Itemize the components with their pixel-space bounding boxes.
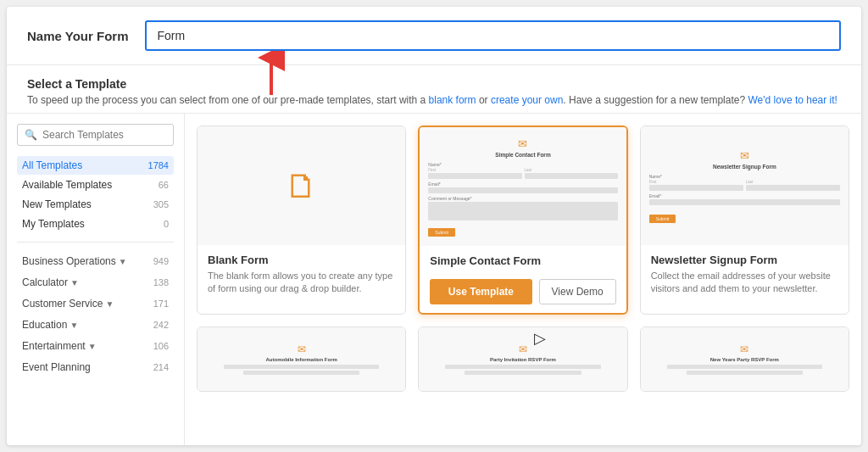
hear-it-link[interactable]: We'd love to hear it!	[745, 94, 837, 106]
auto-field2	[243, 371, 360, 375]
newsletter-name-label: Name*	[649, 174, 840, 179]
mini-first-field	[428, 173, 521, 179]
chevron-icon-calc: ▼	[70, 278, 79, 287]
template-newsletter-preview: ✉ Newsletter Signup Form Name* First Las…	[641, 126, 849, 245]
auto-title: Automobile Information Form	[204, 357, 398, 362]
template-blank-preview: 🗋	[198, 126, 405, 245]
category-customer-service[interactable]: Customer Service ▼ 171	[17, 293, 174, 314]
category-calc-count: 138	[153, 277, 169, 287]
template-party-rsvp[interactable]: ✉ Party Invitation RSVP Form	[418, 326, 627, 392]
template-contact-info: Simple Contact Form	[420, 246, 626, 279]
category-calc-label: Calculator ▼	[22, 276, 79, 288]
mini-submit-btn: Submit	[428, 228, 455, 237]
category-event-label: Event Planning	[22, 361, 91, 373]
newsletter-email-field	[649, 199, 840, 205]
select-template-desc: To speed up the process you can select f…	[27, 94, 841, 106]
newyear-icon: ✉	[648, 343, 842, 355]
party-title: Party Invitation RSVP Form	[426, 357, 620, 362]
category-business-operations[interactable]: Business Operations ▼ 949	[17, 251, 174, 271]
template-blank-desc: The blank form allows you to create any …	[208, 270, 395, 296]
category-edu-count: 242	[153, 320, 169, 330]
filter-new-templates[interactable]: New Templates 305	[17, 195, 174, 214]
template-auto-info[interactable]: ✉ Automobile Information Form	[197, 326, 406, 392]
blank-form-link[interactable]: blank form	[429, 94, 476, 106]
newsletter-last-field	[746, 185, 840, 191]
filter-new-count: 305	[153, 199, 169, 209]
party-icon: ✉	[426, 343, 620, 355]
filter-new-label: New Templates	[22, 198, 92, 210]
template-blank-form[interactable]: 🗋 Blank Form The blank form allows you t…	[197, 126, 406, 315]
template-contact-actions: Use Template View Demo	[420, 279, 626, 313]
search-icon: 🔍	[25, 129, 37, 141]
category-event-count: 214	[153, 362, 169, 372]
auto-icon: ✉	[204, 343, 398, 355]
template-auto-preview: ✉ Automobile Information Form	[198, 327, 405, 391]
category-ent-count: 106	[153, 341, 169, 351]
template-newyear-rsvp[interactable]: ✉ New Years Party RSVP Form	[640, 326, 849, 392]
filter-all-label: All Templates	[22, 159, 82, 171]
filter-available-templates[interactable]: Available Templates 66	[17, 176, 174, 194]
category-ent-label: Entertainment ▼	[22, 340, 97, 352]
use-template-button[interactable]: Use Template	[430, 279, 531, 304]
newsletter-last-label: Last	[746, 180, 840, 184]
newyear-field1	[667, 365, 822, 369]
create-own-link[interactable]: create your own	[491, 94, 563, 106]
newsletter-first-field	[649, 185, 743, 191]
chevron-icon-ent: ▼	[88, 342, 97, 351]
template-newyear-preview: ✉ New Years Party RSVP Form	[641, 327, 849, 391]
mini-last-field	[525, 173, 618, 179]
form-header: Name Your Form	[7, 7, 861, 65]
filter-available-count: 66	[159, 180, 169, 190]
filter-my-label: My Templates	[22, 218, 85, 230]
mini-comment-label: Comment or Message*	[428, 196, 617, 201]
mini-comment-field	[428, 202, 617, 220]
select-template-section: Select a Template To speed up the proces…	[7, 65, 861, 114]
mini-form-title: Simple Contact Form	[428, 152, 617, 158]
form-title-label: Name Your Form	[27, 29, 128, 43]
newyear-title: New Years Party RSVP Form	[648, 357, 842, 362]
party-field2	[465, 371, 581, 375]
category-cs-count: 171	[153, 299, 169, 309]
mini-email-field	[428, 187, 617, 193]
mini-email-label: Email*	[428, 181, 617, 187]
template-newsletter-info: Newsletter Signup Form Collect the email…	[641, 245, 849, 304]
doc-icon: 🗋	[285, 167, 319, 205]
newsletter-first-label: First	[649, 180, 743, 184]
filter-my-templates[interactable]: My Templates 0	[17, 215, 174, 233]
mini-field-name-label: Name*	[428, 162, 617, 167]
category-calculator[interactable]: Calculator ▼ 138	[17, 272, 174, 293]
mini-form-icon: ✉	[428, 137, 617, 150]
templates-grid: 🗋 Blank Form The blank form allows you t…	[185, 114, 861, 445]
form-name-input[interactable]	[145, 20, 841, 51]
party-field1	[445, 365, 600, 369]
category-edu-label: Education ▼	[22, 319, 78, 331]
template-newsletter-name: Newsletter Signup Form	[651, 254, 838, 266]
template-simple-contact[interactable]: ♡ ✉ Simple Contact Form Name* First	[418, 126, 627, 315]
main-area: 🔍 All Templates 1784 Available Templates…	[7, 114, 861, 445]
category-education[interactable]: Education ▼ 242	[17, 315, 174, 335]
template-party-preview: ✉ Party Invitation RSVP Form	[419, 327, 626, 391]
newsletter-email-label: Email*	[649, 193, 840, 198]
view-demo-button[interactable]: View Demo	[539, 279, 616, 304]
filter-my-count: 0	[164, 219, 169, 229]
mini-first-label: First	[428, 168, 521, 172]
chevron-icon-edu: ▼	[70, 321, 78, 330]
newyear-field2	[687, 371, 804, 375]
template-newsletter-desc: Collect the email addresses of your webs…	[651, 270, 838, 296]
chevron-icon: ▼	[119, 257, 127, 266]
category-business-count: 949	[153, 256, 169, 266]
mini-last-label: Last	[525, 168, 618, 172]
category-cs-label: Customer Service ▼	[22, 298, 114, 310]
sidebar-divider	[17, 242, 174, 243]
select-template-title: Select a Template	[27, 77, 841, 91]
template-blank-name: Blank Form	[208, 254, 395, 266]
filter-all-templates[interactable]: All Templates 1784	[17, 156, 174, 175]
category-event-planning[interactable]: Event Planning 214	[17, 357, 174, 377]
filter-all-count: 1784	[148, 160, 169, 170]
search-box[interactable]: 🔍	[17, 124, 174, 146]
sidebar: 🔍 All Templates 1784 Available Templates…	[7, 114, 185, 445]
search-input[interactable]	[42, 129, 166, 141]
newsletter-title: Newsletter Signup Form	[649, 164, 840, 170]
template-newsletter[interactable]: ✉ Newsletter Signup Form Name* First Las…	[640, 126, 849, 315]
category-entertainment[interactable]: Entertainment ▼ 106	[17, 336, 174, 356]
